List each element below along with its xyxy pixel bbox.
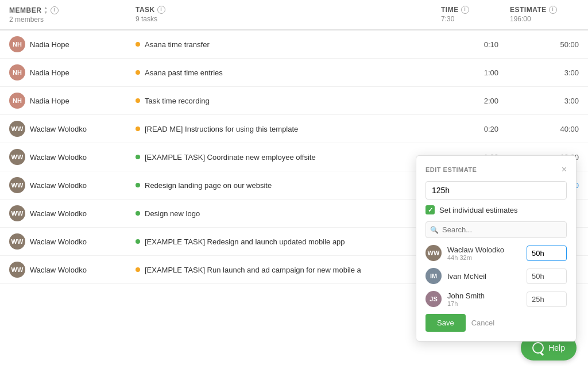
member-cell: WW Waclaw Wolodko [9, 149, 136, 165]
popup-close-button[interactable]: × [562, 165, 567, 174]
avatar: WW [9, 262, 25, 278]
search-icon: 🔍 [430, 226, 439, 234]
toggle-label: Set individual estimates [439, 206, 518, 214]
task-cell: Redesign landing page on our website [136, 181, 441, 190]
task-name: Redesign landing page on our website [145, 181, 272, 190]
member-info-icon[interactable]: i [51, 6, 59, 14]
time-cell: 2:00 [441, 97, 510, 105]
task-name: Asana time transfer [145, 40, 210, 49]
member-search-input[interactable] [425, 221, 567, 238]
member-info: John Smith 17h [447, 292, 521, 307]
member-estimate-row: WW Waclaw Wolodko 44h 32m [425, 245, 567, 261]
member-cell: WW Waclaw Wolodko [9, 121, 136, 137]
main-table-container: MEMBER i 2 members TASK i 9 tasks TIME i… [0, 0, 588, 372]
member-name: Ivan McNeil [447, 272, 521, 281]
task-dot-icon [136, 267, 140, 272]
task-name: Task time recording [145, 97, 210, 105]
table-row: NH Nadia Hope Asana time transfer 0:10 5… [0, 30, 588, 59]
task-dot-icon [136, 126, 140, 131]
time-cell: 0:10 [441, 40, 510, 49]
estimate-cell: 3:00 [510, 68, 579, 77]
task-dot-icon [136, 183, 140, 187]
task-cell: Asana past time entries [136, 68, 441, 77]
member-info: Ivan McNeil [447, 272, 521, 281]
task-header: TASK i 9 tasks [136, 6, 441, 24]
task-name: [EXAMPLE TASK] Run launch and ad campaig… [145, 266, 361, 274]
time-header: TIME i 7:30 [441, 6, 510, 24]
estimate-header-label: ESTIMATE [510, 6, 547, 14]
popup-title: EDIT ESTIMATE [425, 166, 477, 173]
avatar: WW [9, 121, 25, 137]
member-name: Waclaw Wolodko [447, 246, 521, 254]
estimate-cell: 50:00 [510, 40, 579, 49]
task-cell: [EXAMPLE TASK] Run launch and ad campaig… [136, 266, 441, 274]
member-estimate-row: IM Ivan McNeil [425, 268, 567, 284]
time-header-label: TIME [441, 6, 459, 14]
member-name: Waclaw Wolodko [30, 125, 87, 133]
member-time-spent: 17h [447, 300, 521, 307]
task-name: Asana past time entries [145, 68, 223, 77]
table-row: NH Nadia Hope Asana past time entries 1:… [0, 59, 588, 87]
member-info: Waclaw Wolodko 44h 32m [447, 246, 521, 261]
task-dot-icon [136, 211, 140, 216]
time-cell: 0:20 [441, 125, 510, 133]
task-info-icon[interactable]: i [157, 6, 165, 14]
popup-header: EDIT ESTIMATE × [425, 165, 567, 174]
time-cell: 1:00 [441, 68, 510, 77]
task-cell: [EXAMPLE TASK] Redesign and launch updat… [136, 237, 441, 246]
member-avatar: WW [425, 245, 442, 261]
task-name: [EXAMPLE TASK] Coordinate new employee o… [145, 153, 316, 162]
member-sort-icon[interactable] [44, 6, 48, 14]
help-search-icon [532, 342, 544, 354]
member-time-spent: 44h 32m [447, 254, 521, 261]
member-search-box: 🔍 [425, 221, 567, 238]
time-sub: 7:30 [441, 15, 510, 23]
task-dot-icon [136, 70, 140, 75]
task-sub: 9 tasks [136, 15, 441, 23]
task-cell: Task time recording [136, 97, 441, 105]
task-cell: Asana time transfer [136, 40, 441, 49]
member-cell: NH Nadia Hope [9, 36, 136, 52]
member-cell: WW Waclaw Wolodko [9, 205, 136, 221]
help-label: Help [548, 343, 565, 352]
task-name: [EXAMPLE TASK] Redesign and launch updat… [145, 237, 345, 246]
member-cell: WW Waclaw Wolodko [9, 233, 136, 250]
member-individual-estimate-input[interactable] [527, 246, 567, 261]
member-name: Waclaw Wolodko [30, 153, 87, 162]
task-dot-icon [136, 155, 140, 159]
time-info-icon[interactable]: i [461, 6, 469, 14]
task-header-label: TASK [136, 6, 155, 14]
member-cell: WW Waclaw Wolodko [9, 177, 136, 193]
member-avatar: JS [425, 291, 442, 307]
task-cell: [READ ME] Instructions for using this te… [136, 125, 441, 133]
table-row: NH Nadia Hope Task time recording 2:00 3… [0, 87, 588, 115]
estimate-sub: 196:00 [510, 15, 579, 23]
estimate-info-icon[interactable]: i [549, 6, 557, 14]
save-button[interactable]: Save [425, 314, 466, 332]
task-name: [READ ME] Instructions for using this te… [145, 125, 298, 133]
total-estimate-input[interactable] [425, 181, 567, 200]
avatar: WW [9, 149, 25, 165]
member-name: Nadia Hope [30, 68, 69, 77]
task-dot-icon [136, 98, 140, 103]
estimate-header: ESTIMATE i 196:00 [510, 6, 579, 24]
member-estimate-row: JS John Smith 17h [425, 291, 567, 307]
member-cell: WW Waclaw Wolodko [9, 262, 136, 278]
cancel-button[interactable]: Cancel [471, 319, 494, 327]
toggle-checkbox[interactable] [425, 205, 435, 214]
member-avatar: IM [425, 268, 442, 284]
avatar: WW [9, 177, 25, 193]
member-header: MEMBER i 2 members [9, 6, 136, 24]
member-name: Waclaw Wolodko [30, 181, 87, 190]
avatar: WW [9, 233, 25, 250]
member-sub: 2 members [9, 16, 136, 24]
member-cell: NH Nadia Hope [9, 93, 136, 109]
member-cell: NH Nadia Hope [9, 64, 136, 80]
member-individual-estimate-input[interactable] [527, 292, 567, 307]
member-individual-estimate-input[interactable] [527, 269, 567, 284]
individual-estimates-toggle[interactable]: Set individual estimates [425, 205, 567, 214]
task-cell: [EXAMPLE TASK] Coordinate new employee o… [136, 153, 441, 162]
member-estimates-list: WW Waclaw Wolodko 44h 32m IM Ivan McNeil… [425, 245, 567, 307]
estimate-cell: 40:00 [510, 125, 579, 133]
member-name: Nadia Hope [30, 40, 69, 49]
